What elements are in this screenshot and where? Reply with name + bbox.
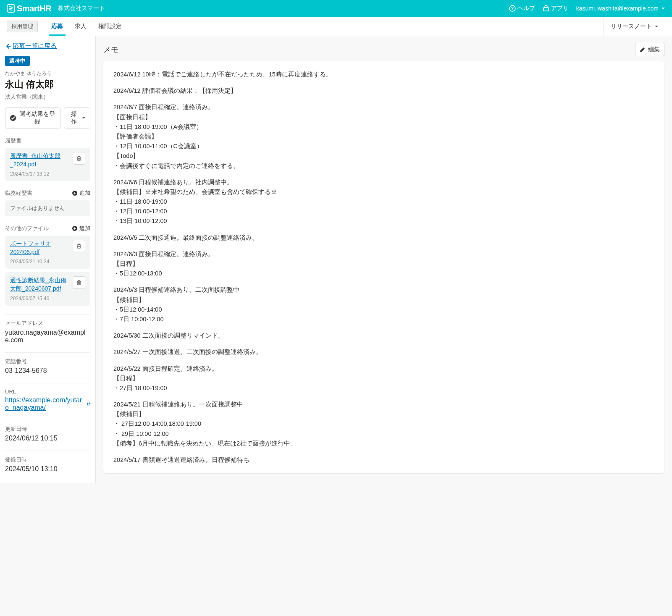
email-value: yutaro.nagayama@example.com — [5, 329, 90, 344]
chevron-down-icon — [82, 116, 86, 120]
memo-line: ・27日 18:00-19:00 — [113, 383, 654, 393]
memo-line: ・ 27日12:00-14:00,18:00-19:00 — [113, 419, 654, 429]
memo-line: ・5日12:00-14:00 — [113, 305, 654, 315]
memo-line — [113, 96, 654, 102]
memo-line: ・12日 10:00-11:00（C会議室） — [113, 142, 654, 151]
other-file-card: 適性診断結果_永山侑太郎_20240607.pdf2024/06/07 15:4… — [5, 272, 90, 305]
resume-file-ts: 2024/05/17 13:12 — [10, 171, 69, 177]
nav-tab-1[interactable]: 求人 — [69, 17, 92, 36]
resume-file-link[interactable]: 履歴書_永山侑太郎_2024.pdf — [10, 152, 69, 168]
help-link[interactable]: ? ヘルプ — [509, 5, 535, 12]
other-file-card: ポートフォリオ202406.pdf2024/05/21 10:24 — [5, 236, 90, 269]
memo-line: ・11日 18:00-19:00（A会議室） — [113, 122, 654, 132]
memo-line: 【候補日】 — [113, 409, 654, 419]
memo-line: 2024/6/7 面接日程確定。連絡済み。 — [113, 102, 654, 112]
applicant-name: 永山 侑太郎 — [5, 78, 90, 91]
main: メモ 編集 2024/6/12 10時：電話でご連絡したが不在だったため、15時… — [96, 36, 672, 483]
other-file-ts: 2024/06/07 15:40 — [10, 296, 69, 301]
resume-file-card: 履歴書_永山侑太郎_2024.pdf2024/05/17 13:12 — [5, 148, 90, 181]
external-link-icon — [87, 401, 90, 406]
nav-tab-0[interactable]: 応募 — [45, 17, 69, 36]
user-email: kasumi.iwashita@example.com — [576, 5, 659, 12]
phone-value: 03-1234-5678 — [5, 367, 90, 375]
phone-label: 電話番号 — [5, 358, 90, 365]
email-label: メールアドレス — [5, 320, 90, 327]
memo-line: 2024/5/21 日程候補連絡あり。一次面接調整中 — [113, 400, 654, 409]
memo-line: ・11日 18:00-19:00 — [113, 197, 654, 207]
memo-line: 2024/6/12 10時：電話でご連絡したが不在だったため、15時に再度連絡す… — [113, 70, 654, 79]
memo-line: ・13日 10:00-12:00 — [113, 216, 654, 226]
memo-line — [113, 226, 654, 233]
memo-line: 2024/6/5 二次面接通過。最終面接の調整連絡済み。 — [113, 233, 654, 243]
user-menu[interactable]: kasumi.iwashita@example.com — [576, 5, 665, 12]
updated-value: 2024/06/12 10:15 — [5, 435, 90, 442]
memo-line: 2024/6/3 日程候補連絡あり。二次面接調整中 — [113, 285, 654, 295]
chevron-down-icon — [661, 6, 665, 10]
plus-circle-icon — [72, 190, 78, 196]
memo-line: ・7日 10:00-12:00 — [113, 315, 654, 324]
apps-link[interactable]: アプリ — [543, 5, 569, 12]
pencil-icon — [640, 47, 646, 52]
trash-icon — [76, 243, 82, 249]
position: 法人営業（関東） — [5, 93, 90, 101]
other-file-ts: 2024/05/21 10:24 — [10, 259, 69, 265]
trash-icon — [76, 280, 82, 286]
apps-icon — [543, 5, 549, 12]
memo-line: 【面接日程】 — [113, 113, 654, 122]
memo-line — [113, 79, 654, 86]
memo-line: ・5日12:00-13:00 — [113, 269, 654, 278]
memo-line: 2024/5/30 二次面接の調整リマインド。 — [113, 331, 654, 341]
check-circle-icon — [10, 115, 16, 121]
memo-line: 【日程】 — [113, 374, 654, 383]
memo-line: 【候補日】※来社希望のため、会議室も含めて確保する※ — [113, 187, 654, 197]
other-files-section-label: その他のファイル 追加 — [5, 225, 90, 232]
register-result-button[interactable]: 選考結果を登録 — [5, 107, 60, 128]
other-file-link[interactable]: 適性診断結果_永山侑太郎_20240607.pdf — [10, 276, 69, 293]
memo-line: 2024/6/3 面接日程確定。連絡済み。 — [113, 249, 654, 259]
memo-line: ・12日 10:00-12:00 — [113, 207, 654, 216]
resume-section-label: 履歴書 — [5, 137, 90, 144]
add-other-file-button[interactable]: 追加 — [72, 225, 90, 232]
created-value: 2024/05/10 13:10 — [5, 465, 90, 473]
memo-line: 2024/5/22 面接日程確定。連絡済み。 — [113, 364, 654, 374]
back-link[interactable]: 応募一覧に戻る — [5, 42, 57, 50]
memo-line — [113, 324, 654, 331]
other-file-link[interactable]: ポートフォリオ202406.pdf — [10, 240, 69, 256]
memo-line: 2024/5/17 書類選考通過連絡済み。日程候補待ち — [113, 455, 654, 465]
plus-circle-icon — [72, 225, 78, 231]
name-reading: ながやま ゆうたろう — [5, 70, 90, 77]
memo-line — [113, 448, 654, 455]
operate-dropdown[interactable]: 操作 — [64, 107, 90, 128]
logo[interactable]: SmartHR — [7, 4, 51, 13]
status-badge: 選考中 — [5, 56, 30, 66]
memo-line: ・ 29日 10:00-12:00 — [113, 429, 654, 439]
release-notes-menu[interactable]: リリースノート — [604, 17, 665, 36]
url-label: URL — [5, 388, 90, 395]
module-pill[interactable]: 採用管理 — [7, 21, 38, 32]
help-icon: ? — [509, 5, 516, 12]
memo-line — [113, 357, 654, 364]
memo-line: 【Todo】 — [113, 151, 654, 161]
delete-file-button[interactable] — [73, 240, 85, 252]
memo-card: 2024/6/12 10時：電話でご連絡したが不在だったため、15時に再度連絡す… — [103, 61, 664, 473]
memo-line — [113, 243, 654, 249]
arrow-left-icon — [5, 43, 11, 49]
company-name: 株式会社スマート — [58, 5, 105, 12]
delete-file-button[interactable] — [73, 152, 85, 165]
work-history-section-label: 職務経歴書 追加 — [5, 189, 90, 197]
svg-rect-3 — [543, 8, 549, 11]
memo-line: ・会議後すぐに電話で内定のご連絡をする。 — [113, 161, 654, 171]
memo-line: 【日程】 — [113, 259, 654, 269]
memo-line: 2024/6/12 評価者会議の結果：【採用決定】 — [113, 86, 654, 96]
add-work-history-button[interactable]: 追加 — [72, 189, 90, 197]
memo-line: 2024/5/27 一次面接通過。二次面接の調整連絡済み。 — [113, 347, 654, 357]
memo-line — [113, 341, 654, 347]
url-link[interactable]: https://example.com/yutaro_nagayama/ — [5, 396, 90, 412]
topbar: SmartHR 株式会社スマート ? ヘルプ アプリ kasumi.iwashi… — [0, 0, 672, 17]
memo-line — [113, 171, 654, 178]
nav-tab-2[interactable]: 権限設定 — [92, 17, 128, 36]
delete-file-button[interactable] — [73, 276, 85, 289]
svg-text:?: ? — [511, 6, 514, 11]
memo-title: メモ — [103, 45, 118, 55]
edit-memo-button[interactable]: 編集 — [635, 43, 664, 56]
